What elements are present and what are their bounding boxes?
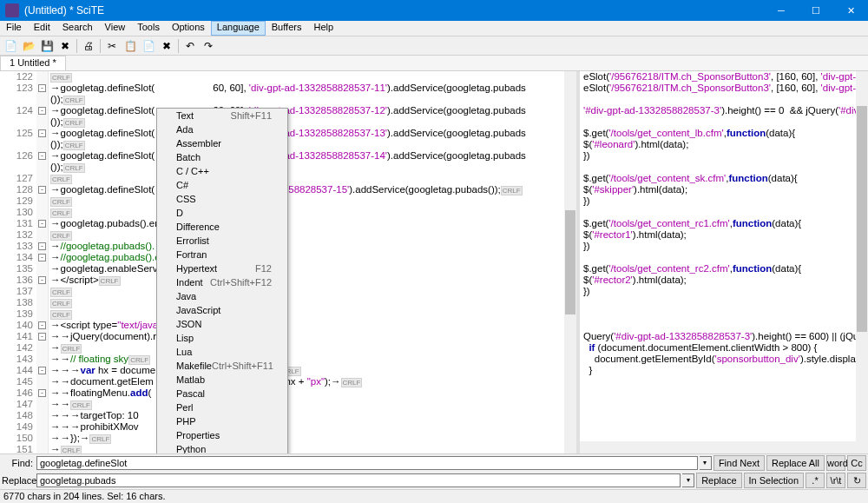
undo-icon[interactable]: ↶: [181, 38, 199, 54]
lang-indent[interactable]: IndentCtrl+Shift+F12: [157, 275, 287, 289]
lang-ada[interactable]: Ada: [157, 122, 287, 136]
tab-bar: 1 Untitled *: [0, 56, 868, 71]
language-menu-dropdown: TextShift+F11AdaAssemblerBatchC / C++C#C…: [156, 108, 288, 453]
find-replace-panel: Find: ▾ Find Next Replace All word Cc Re…: [0, 453, 868, 489]
lang-c-[interactable]: C#: [157, 178, 287, 192]
lang-errorlist[interactable]: Errorlist: [157, 234, 287, 248]
scrollbar-horizontal[interactable]: [580, 441, 856, 453]
find-history-dropdown[interactable]: ▾: [700, 456, 712, 470]
lang-batch[interactable]: Batch: [157, 150, 287, 164]
menu-options[interactable]: Options: [166, 21, 211, 36]
editor-pane-left[interactable]: 1221231241251261271281291301311321331341…: [0, 71, 580, 453]
redo-icon[interactable]: ↷: [200, 38, 217, 54]
status-bar: 6770 chars in 204 lines. Sel: 16 chars.: [0, 489, 868, 503]
fold-margin[interactable]: ---------------: [36, 71, 49, 453]
find-label: Find:: [2, 458, 35, 468]
paste-icon[interactable]: 📄: [140, 38, 157, 54]
lang-text[interactable]: TextShift+F11: [157, 109, 287, 122]
lang-difference[interactable]: Difference: [157, 220, 287, 234]
cut-icon[interactable]: ✂: [103, 38, 121, 54]
escape-toggle[interactable]: \r\t: [826, 473, 845, 488]
whole-word-toggle[interactable]: word: [826, 455, 845, 471]
copy-icon[interactable]: 📋: [122, 38, 139, 54]
lang-python[interactable]: Python: [157, 442, 287, 453]
save-icon[interactable]: 💾: [38, 38, 56, 54]
replace-history-dropdown[interactable]: ▾: [682, 473, 694, 487]
window-title: (Untitled) * SciTE: [24, 4, 764, 17]
editor-area: 1221231241251261271281291301311321331341…: [0, 71, 868, 453]
lang-perl[interactable]: Perl: [157, 400, 287, 414]
maximize-button[interactable]: ☐: [799, 0, 833, 21]
close-button[interactable]: ✕: [833, 0, 868, 21]
wrap-toggle[interactable]: ↻: [847, 473, 866, 488]
menu-tools[interactable]: Tools: [131, 21, 166, 36]
lang-lisp[interactable]: Lisp: [157, 331, 287, 345]
menu-file[interactable]: File: [0, 21, 28, 36]
close-file-icon[interactable]: ✖: [56, 38, 74, 54]
editor-pane-right[interactable]: eSlot('/95676218/ITM.ch_SponsorButton3',…: [580, 71, 868, 453]
replace-all-button[interactable]: Replace All: [766, 455, 825, 471]
lang-json[interactable]: JSON: [157, 317, 287, 331]
lang-php[interactable]: PHP: [157, 414, 287, 428]
scrollbar-vertical-right[interactable]: [856, 71, 868, 453]
lang-matlab[interactable]: Matlab: [157, 373, 287, 387]
app-icon: [5, 3, 19, 17]
lang-javascript[interactable]: JavaScript: [157, 303, 287, 317]
replace-input[interactable]: [36, 473, 681, 487]
menu-edit[interactable]: Edit: [28, 21, 56, 36]
lang-assembler[interactable]: Assembler: [157, 136, 287, 150]
menu-language[interactable]: Language: [211, 21, 266, 36]
menu-help[interactable]: Help: [307, 21, 339, 36]
lang-properties[interactable]: Properties: [157, 428, 287, 442]
lang-fortran[interactable]: Fortran: [157, 248, 287, 261]
lang-css[interactable]: CSS: [157, 192, 287, 206]
case-toggle[interactable]: Cc: [847, 455, 866, 471]
new-icon[interactable]: 📄: [2, 38, 19, 54]
minimize-button[interactable]: ─: [764, 0, 799, 21]
find-input[interactable]: [36, 456, 698, 470]
scrollbar-vertical[interactable]: [564, 71, 576, 453]
delete-icon[interactable]: ✖: [158, 38, 175, 54]
lang-hypertext[interactable]: HypertextF12: [157, 261, 287, 275]
menu-view[interactable]: View: [99, 21, 132, 36]
title-bar: (Untitled) * SciTE ─ ☐ ✕: [0, 0, 868, 21]
print-icon[interactable]: 🖨: [80, 38, 97, 54]
lang-java[interactable]: Java: [157, 289, 287, 303]
lang-lua[interactable]: Lua: [157, 345, 287, 359]
lang-d[interactable]: D: [157, 206, 287, 220]
regex-toggle[interactable]: .*: [806, 473, 825, 488]
in-selection-button[interactable]: In Selection: [744, 473, 804, 488]
menu-search[interactable]: Search: [56, 21, 99, 36]
replace-button[interactable]: Replace: [696, 473, 741, 488]
lang-makefile[interactable]: MakefileCtrl+Shift+F11: [157, 359, 287, 373]
menu-buffers[interactable]: Buffers: [266, 21, 308, 36]
tab-untitled[interactable]: 1 Untitled *: [0, 56, 66, 70]
menu-bar: FileEditSearchViewToolsOptionsLanguageBu…: [0, 21, 868, 36]
lang-pascal[interactable]: Pascal: [157, 387, 287, 400]
open-icon[interactable]: 📂: [20, 38, 37, 54]
find-next-button[interactable]: Find Next: [713, 455, 765, 471]
replace-label: Replace:: [2, 475, 35, 486]
lang-c-c-[interactable]: C / C++: [157, 164, 287, 178]
toolbar: 📄 📂 💾 ✖ 🖨 ✂ 📋 📄 ✖ ↶ ↷: [0, 36, 868, 56]
